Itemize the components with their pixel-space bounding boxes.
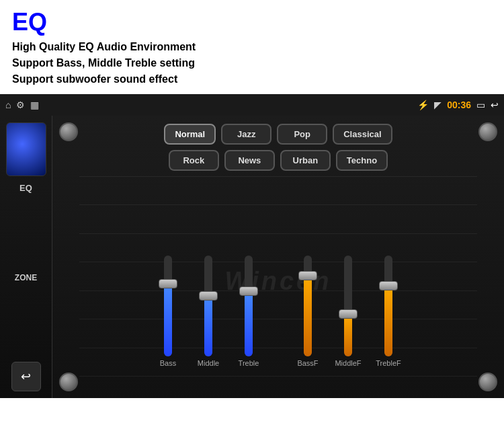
home-icon: ⌂ [5, 100, 11, 110]
slider-fill-middle [204, 296, 212, 356]
grid-line [79, 204, 477, 205]
slider-thumb-middlef[interactable] [339, 309, 358, 319]
slider-track-treble[interactable] [245, 256, 253, 356]
preset-rock[interactable]: Rock [169, 150, 219, 171]
preset-news[interactable]: News [224, 150, 275, 171]
knob-top-left[interactable] [59, 122, 78, 141]
slider-track-treblef[interactable] [384, 256, 392, 356]
back-icon: ↩ [491, 100, 499, 110]
status-time: 00:36 [447, 100, 471, 110]
status-right: ⚡ ◤ 00:36 ▭ ↩ [417, 100, 499, 110]
preset-techno[interactable]: Techno [336, 150, 388, 171]
preset-jazz[interactable]: Jazz [221, 124, 271, 145]
slider-label-bassf: BassF [297, 359, 318, 367]
photo-icon: ▦ [30, 100, 39, 110]
preset-urban[interactable]: Urban [280, 150, 331, 171]
back-arrow-icon: ↩ [21, 369, 31, 384]
slider-col-bass[interactable]: Bass [151, 256, 185, 377]
preset-row-2: Rock News Urban Techno [59, 150, 497, 171]
window-icon: ▭ [476, 100, 485, 110]
knob-top-right[interactable] [478, 122, 497, 141]
slider-thumb-treblef[interactable] [379, 281, 398, 290]
desc-line3: Support subwoofer sound effect [12, 71, 492, 87]
slider-label-treblef: TrebleF [376, 359, 401, 367]
page-title: EQ [12, 8, 492, 36]
preset-normal[interactable]: Normal [164, 124, 216, 145]
slider-label-middlef: MiddleF [335, 359, 361, 367]
desc-line2: Support Bass, Middle Treble setting [12, 55, 492, 71]
slider-fill-treble [245, 291, 253, 357]
bluetooth-icon: ⚡ [417, 100, 429, 110]
slider-fill-middlef [344, 314, 352, 356]
slider-thumb-treble[interactable] [239, 286, 258, 296]
slider-col-bassf[interactable]: BassF [290, 256, 325, 377]
slider-label-treble: Treble [239, 359, 259, 367]
signal-icon: ◤ [434, 100, 442, 110]
slider-fill-bassf [304, 276, 312, 356]
sliders-wrapper: BassMiddleTrebleBassFMiddleFTrebleF [151, 256, 406, 377]
slider-track-middlef[interactable] [344, 256, 352, 356]
eq-panel: Normal Jazz Pop Classical Rock News Urba… [52, 116, 504, 398]
preset-pop[interactable]: Pop [277, 124, 327, 145]
slider-col-treblef[interactable]: TrebleF [371, 256, 406, 377]
back-button[interactable]: ↩ [11, 362, 41, 391]
grid-line [79, 176, 477, 177]
slider-thumb-bassf[interactable] [298, 271, 317, 280]
grid-line [79, 233, 477, 234]
slider-thumb-bass[interactable] [159, 279, 177, 288]
sidebar-bottom: ↩ [11, 362, 41, 391]
slider-label-middle: Middle [198, 359, 219, 367]
zone-label: ZONE [15, 273, 37, 282]
sidebar-top: EQ [6, 122, 46, 193]
slider-fill-treblef [384, 286, 392, 356]
slider-fill-bass [164, 284, 172, 356]
slider-col-middle[interactable]: Middle [191, 256, 226, 377]
preset-classical[interactable]: Classical [333, 124, 392, 145]
eq-label: EQ [19, 183, 32, 193]
eq-sliders-area: Wincen BassMiddleTrebleBassFMiddleFTrebl… [59, 176, 497, 393]
status-bar: ⌂ ⚙ ▦ ⚡ ◤ 00:36 ▭ ↩ [0, 94, 504, 116]
device-area: EQ ZONE ↩ Normal Jazz Pop Classical Rock… [0, 116, 504, 398]
slider-track-bassf[interactable] [304, 256, 312, 356]
album-art [6, 122, 46, 176]
desc-line1: High Quality EQ Audio Environment [12, 39, 492, 55]
slider-track-bass[interactable] [164, 256, 172, 356]
slider-thumb-middle[interactable] [199, 291, 218, 301]
slider-col-treble[interactable]: Treble [231, 256, 266, 377]
settings-icon: ⚙ [16, 100, 25, 110]
top-info: EQ High Quality EQ Audio Environment Sup… [0, 0, 504, 94]
description: High Quality EQ Audio Environment Suppor… [12, 39, 492, 87]
slider-track-middle[interactable] [204, 256, 212, 356]
status-left: ⌂ ⚙ ▦ [5, 100, 39, 110]
slider-col-middlef[interactable]: MiddleF [331, 256, 366, 377]
preset-row-1: Normal Jazz Pop Classical [59, 124, 497, 145]
slider-label-bass: Bass [160, 359, 176, 367]
left-sidebar: EQ ZONE ↩ [0, 116, 52, 398]
